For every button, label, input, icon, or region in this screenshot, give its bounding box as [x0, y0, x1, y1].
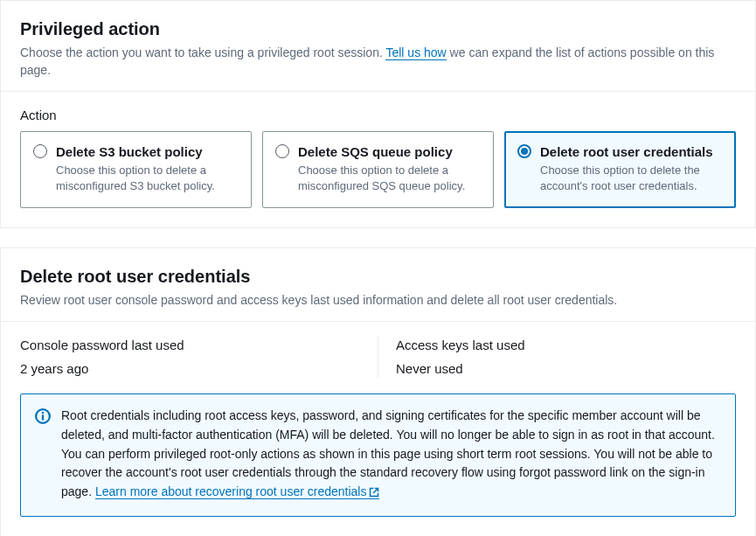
external-link-icon: [369, 484, 379, 504]
option-delete-sqs-queue-policy[interactable]: Delete SQS queue policy Choose this opti…: [262, 131, 494, 207]
radio-icon: [33, 144, 47, 158]
privileged-action-title: Privileged action: [20, 17, 736, 41]
access-keys-label: Access keys last used: [396, 336, 736, 354]
option-content: Delete SQS queue policy Choose this opti…: [298, 143, 481, 194]
privileged-action-header: Privileged action Choose the action you …: [1, 1, 755, 91]
delete-root-title: Delete root user credentials: [20, 264, 736, 289]
option-delete-s3-bucket-policy[interactable]: Delete S3 bucket policy Choose this opti…: [20, 131, 252, 207]
option-desc: Choose this option to delete a misconfig…: [56, 163, 239, 194]
option-desc: Choose this option to delete the account…: [540, 163, 723, 194]
delete-root-description: Review root user console password and ac…: [20, 292, 736, 310]
delete-root-header: Delete root user credentials Review root…: [1, 248, 755, 322]
alert-container: Root credentials including root access k…: [1, 393, 755, 535]
option-title: Delete SQS queue policy: [298, 143, 481, 161]
option-delete-root-user-credentials[interactable]: Delete root user credentials Choose this…: [504, 131, 736, 207]
privileged-action-panel: Privileged action Choose the action you …: [0, 0, 756, 228]
learn-more-recovering-root-link[interactable]: Learn more about recovering root user cr…: [95, 484, 380, 499]
svg-rect-2: [42, 412, 44, 414]
console-password-label: Console password last used: [20, 336, 360, 354]
access-keys-col: Access keys last used Never used: [378, 336, 736, 378]
console-password-value: 2 years ago: [20, 359, 360, 378]
tell-us-how-link[interactable]: Tell us how: [385, 45, 446, 60]
access-keys-value: Never used: [396, 359, 736, 378]
alert-text: Root credentials including root access k…: [61, 407, 721, 503]
option-content: Delete S3 bucket policy Choose this opti…: [56, 143, 239, 194]
delete-root-credentials-panel: Delete root user credentials Review root…: [0, 247, 756, 536]
desc-pre: Choose the action you want to take using…: [20, 45, 385, 59]
action-label: Action: [20, 106, 736, 124]
privileged-action-body: Action Delete S3 bucket policy Choose th…: [1, 91, 755, 226]
action-options-row: Delete S3 bucket policy Choose this opti…: [20, 131, 736, 207]
radio-icon: [517, 144, 531, 158]
console-password-col: Console password last used 2 years ago: [20, 336, 378, 378]
info-alert: Root credentials including root access k…: [20, 393, 736, 516]
radio-icon: [275, 144, 289, 158]
option-content: Delete root user credentials Choose this…: [540, 143, 723, 194]
info-icon: [35, 408, 51, 424]
option-title: Delete root user credentials: [540, 143, 723, 161]
alert-link-text: Learn more about recovering root user cr…: [95, 484, 367, 498]
privileged-action-description: Choose the action you want to take using…: [20, 45, 736, 79]
option-desc: Choose this option to delete a misconfig…: [298, 163, 481, 194]
credentials-info-row: Console password last used 2 years ago A…: [1, 321, 755, 393]
option-title: Delete S3 bucket policy: [56, 143, 239, 161]
svg-rect-1: [42, 414, 44, 420]
